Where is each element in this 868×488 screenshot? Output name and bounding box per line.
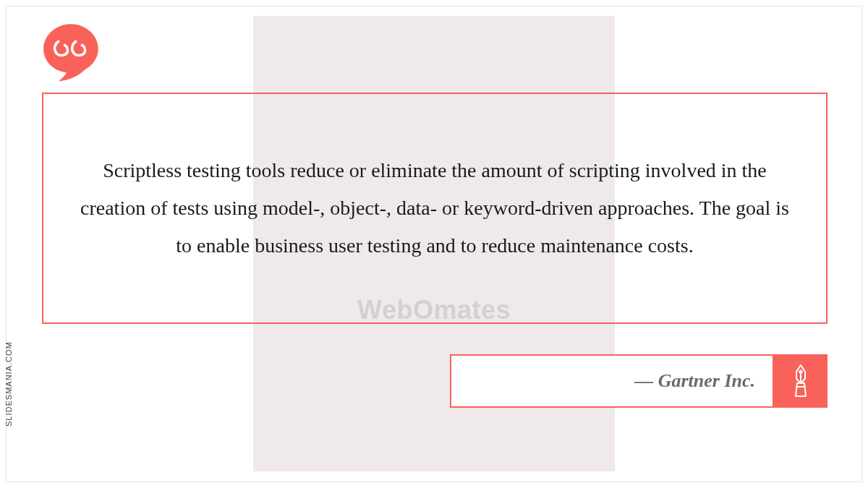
quote-body: Scriptless testing tools reduce or elimi…	[80, 152, 789, 264]
attribution-prefix: —	[634, 370, 658, 391]
fountain-pen-icon	[774, 354, 827, 408]
slide: WebOmates Scriptless testing tools reduc…	[0, 0, 868, 488]
quote-mark-icon	[40, 20, 102, 82]
attribution-name: Gartner Inc.	[658, 370, 755, 391]
quote-box: Scriptless testing tools reduce or elimi…	[42, 93, 827, 324]
svg-point-1	[799, 370, 801, 372]
attribution-bar: — Gartner Inc.	[450, 354, 827, 408]
attribution-text: — Gartner Inc.	[634, 370, 755, 392]
credit-text: SLIDESMANIA.COM	[4, 341, 13, 427]
attribution-box: — Gartner Inc.	[450, 354, 774, 408]
